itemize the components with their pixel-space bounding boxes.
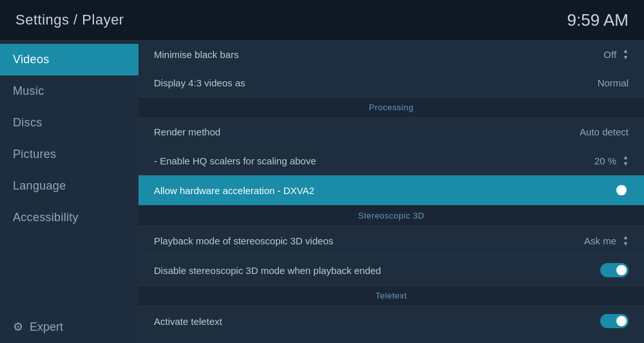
label-hq-scalers: - Enable HQ scalers for scaling above xyxy=(154,155,316,166)
sidebar-item-accessibility[interactable]: Accessibility xyxy=(0,202,138,233)
arrow-down-hq: ▼ xyxy=(623,161,629,167)
section-teletext: Teletext xyxy=(138,286,644,306)
header: Settings / Player 9:59 AM xyxy=(0,0,644,40)
sidebar-item-discs[interactable]: Discs xyxy=(0,107,138,139)
row-activate-teletext[interactable]: Activate teletext xyxy=(138,306,644,337)
label-playback-mode: Playback mode of stereoscopic 3D videos xyxy=(154,235,333,246)
row-disable-stereo[interactable]: Disable stereoscopic 3D mode when playba… xyxy=(138,255,644,286)
arrow-up-pm: ▲ xyxy=(623,234,629,240)
sidebar-item-music[interactable]: Music xyxy=(0,75,138,107)
section-processing: Processing xyxy=(138,97,644,118)
section-stereoscopic: Stereoscopic 3D xyxy=(138,206,644,226)
arrow-down: ▼ xyxy=(623,54,629,61)
toggle-disable-stereo[interactable] xyxy=(600,263,629,277)
value-activate-teletext xyxy=(600,314,629,328)
toggle-activate-teletext[interactable] xyxy=(600,314,629,328)
label-display-4-3: Display 4:3 videos as xyxy=(154,77,245,88)
value-minimise-black-bars: Off ▲ ▼ xyxy=(603,48,629,61)
arrow-up-hq: ▲ xyxy=(623,154,629,161)
arrows-minimise-black-bars[interactable]: ▲ ▼ xyxy=(623,48,629,61)
row-hq-scalers[interactable]: - Enable HQ scalers for scaling above 20… xyxy=(138,146,644,175)
label-hardware-accel: Allow hardware acceleration - DXVA2 xyxy=(154,185,314,196)
value-display-4-3: Normal xyxy=(598,77,629,88)
page-title: Settings / Player xyxy=(15,12,124,28)
arrows-playback-mode[interactable]: ▲ ▼ xyxy=(623,234,629,247)
main-content: Minimise black bars Off ▲ ▼ Display 4:3 … xyxy=(138,40,644,343)
value-playback-mode: Ask me ▲ ▼ xyxy=(584,234,629,247)
sidebar-item-language[interactable]: Language xyxy=(0,170,138,202)
expert-label: Expert xyxy=(30,320,63,334)
value-render-method: Auto detect xyxy=(580,126,629,137)
sidebar-item-pictures[interactable]: Pictures xyxy=(0,139,138,170)
toggle-knob-teletext xyxy=(616,316,627,326)
label-render-method: Render method xyxy=(154,126,220,137)
arrow-up: ▲ xyxy=(623,48,629,54)
value-hq-scalers: 20 % ▲ ▼ xyxy=(594,154,629,167)
label-minimise-black-bars: Minimise black bars xyxy=(154,49,239,60)
row-hardware-accel[interactable]: Allow hardware acceleration - DXVA2 xyxy=(138,175,644,206)
body: Videos Music Discs Pictures Language Acc… xyxy=(0,40,644,343)
row-render-method[interactable]: Render method Auto detect xyxy=(138,118,644,146)
gear-icon: ⚙ xyxy=(13,320,23,334)
sidebar-item-videos[interactable]: Videos xyxy=(0,44,138,75)
sidebar-item-expert[interactable]: ⚙ Expert xyxy=(0,311,138,343)
sidebar: Videos Music Discs Pictures Language Acc… xyxy=(0,40,138,343)
clock: 9:59 AM xyxy=(567,10,629,30)
arrow-down-pm: ▼ xyxy=(623,240,629,247)
toggle-knob xyxy=(616,185,627,195)
row-scale-teletext[interactable]: - Scale teletext to 4:3 xyxy=(138,337,644,343)
arrows-hq-scalers[interactable]: ▲ ▼ xyxy=(623,154,629,167)
row-playback-mode[interactable]: Playback mode of stereoscopic 3D videos … xyxy=(138,226,644,255)
label-disable-stereo: Disable stereoscopic 3D mode when playba… xyxy=(154,265,381,276)
value-hardware-accel xyxy=(600,183,629,197)
toggle-hardware-accel[interactable] xyxy=(600,183,629,197)
row-display-4-3[interactable]: Display 4:3 videos as Normal xyxy=(138,69,644,97)
label-activate-teletext: Activate teletext xyxy=(154,316,222,327)
toggle-knob-stereo xyxy=(616,265,627,275)
value-disable-stereo xyxy=(600,263,629,277)
row-minimise-black-bars[interactable]: Minimise black bars Off ▲ ▼ xyxy=(138,40,644,69)
